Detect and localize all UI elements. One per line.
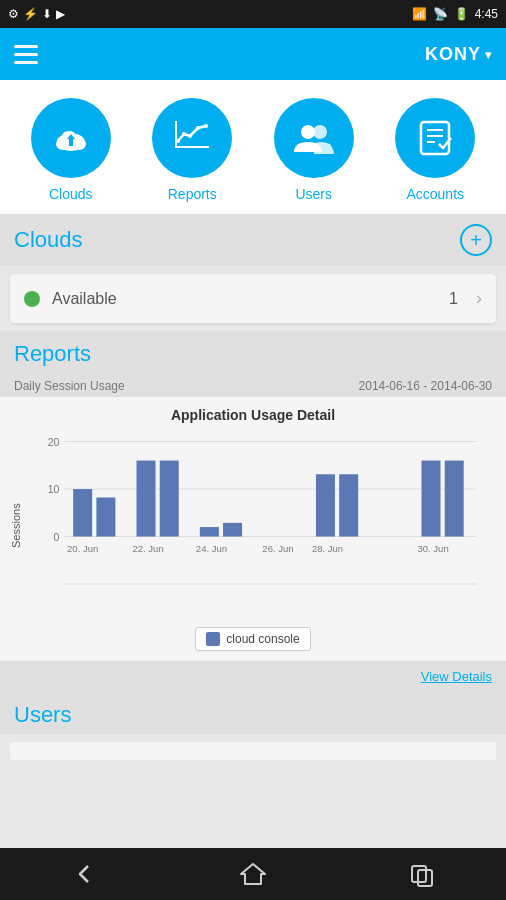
svg-rect-29 [137, 461, 156, 537]
users-label: Users [295, 186, 332, 202]
svg-point-15 [313, 125, 327, 139]
battery-icon: 🔋 [454, 7, 469, 21]
chart-title: Application Usage Detail [10, 407, 496, 423]
svg-rect-7 [175, 146, 209, 148]
chart-inner: 20 10 0 [24, 431, 496, 621]
available-status-dot [24, 291, 40, 307]
svg-text:22. Jun: 22. Jun [133, 543, 164, 554]
daily-session-label: Daily Session Usage [14, 379, 125, 393]
chart-legend: cloud console [195, 627, 310, 651]
svg-point-12 [196, 126, 200, 130]
available-label: Available [52, 290, 437, 308]
hamburger-menu[interactable] [14, 45, 38, 64]
reports-label: Reports [168, 186, 217, 202]
svg-rect-36 [445, 461, 464, 537]
reports-subtitle: Daily Session Usage 2014-06-16 - 2014-06… [0, 373, 506, 397]
svg-marker-43 [241, 864, 265, 884]
users-section: Users [0, 692, 506, 760]
recents-icon [408, 860, 436, 888]
reports-header: Reports [0, 331, 506, 373]
recents-button[interactable] [408, 860, 436, 888]
clouds-header: Clouds + [0, 214, 506, 266]
svg-text:30. Jun: 30. Jun [418, 543, 449, 554]
svg-text:28. Jun: 28. Jun [312, 543, 343, 554]
usb-icon: ⚙ [8, 7, 19, 21]
account-icon [413, 116, 457, 160]
chevron-right-icon: › [476, 288, 482, 309]
svg-rect-32 [223, 523, 242, 537]
signal-icon: 📡 [433, 7, 448, 21]
users-section-title: Users [14, 702, 71, 727]
reports-section: Reports Daily Session Usage 2014-06-16 -… [0, 331, 506, 692]
usb2-icon: ⚡ [23, 7, 38, 21]
svg-rect-16 [421, 122, 449, 154]
svg-rect-31 [200, 527, 219, 537]
chart-container: Sessions 20 10 0 [10, 431, 496, 621]
nav-item-reports[interactable]: Reports [152, 98, 232, 202]
users-icon-circle [274, 98, 354, 178]
cloud-upload-icon [49, 116, 93, 160]
users-icon [292, 116, 336, 160]
chevron-down-icon: ▾ [485, 48, 492, 62]
svg-rect-35 [422, 461, 441, 537]
icon-nav: Clouds Reports [0, 80, 506, 214]
hamburger-line1 [14, 45, 38, 48]
hamburger-line3 [14, 61, 38, 64]
svg-text:10: 10 [48, 483, 60, 495]
svg-rect-8 [175, 121, 177, 148]
hamburger-line2 [14, 53, 38, 56]
svg-rect-34 [339, 474, 358, 536]
available-count: 1 [449, 290, 458, 308]
wifi-icon: 📶 [412, 7, 427, 21]
svg-text:0: 0 [54, 531, 60, 543]
y-axis-label: Sessions [10, 431, 22, 621]
svg-point-11 [188, 134, 192, 138]
accounts-icon-circle [395, 98, 475, 178]
svg-point-10 [182, 132, 186, 136]
reports-section-title: Reports [14, 341, 91, 366]
svg-point-14 [301, 125, 315, 139]
reports-icon-circle [152, 98, 232, 178]
status-bar: ⚙ ⚡ ⬇ ▶ 📶 📡 🔋 4:45 [0, 0, 506, 28]
home-button[interactable] [239, 860, 267, 888]
nav-bar: KONY ▾ [0, 28, 506, 80]
chart-icon [170, 116, 214, 160]
add-cloud-button[interactable]: + [460, 224, 492, 256]
brand-name: KONY [425, 44, 481, 65]
nav-brand[interactable]: KONY ▾ [425, 44, 492, 65]
main-content: Clouds Reports [0, 80, 506, 848]
legend-color-box [206, 632, 220, 646]
accounts-label: Accounts [406, 186, 464, 202]
available-row[interactable]: Available 1 › [10, 274, 496, 323]
status-icons: ⚙ ⚡ ⬇ ▶ [8, 7, 65, 21]
status-time: 4:45 [475, 7, 498, 21]
svg-text:20. Jun: 20. Jun [67, 543, 98, 554]
svg-rect-30 [160, 461, 179, 537]
svg-text:20: 20 [48, 436, 60, 448]
nav-item-users[interactable]: Users [274, 98, 354, 202]
chart-area: Application Usage Detail Sessions 20 10 … [0, 397, 506, 661]
clouds-label: Clouds [49, 186, 93, 202]
clouds-section: Clouds + Available 1 › [0, 214, 506, 323]
svg-text:26. Jun: 26. Jun [262, 543, 293, 554]
svg-rect-33 [316, 474, 335, 536]
download-icon: ⬇ [42, 7, 52, 21]
nav-item-accounts[interactable]: Accounts [395, 98, 475, 202]
nav-item-clouds[interactable]: Clouds [31, 98, 111, 202]
svg-point-9 [176, 139, 180, 143]
view-details-link[interactable]: View Details [0, 661, 506, 692]
bottom-nav [0, 848, 506, 900]
clouds-icon-circle [31, 98, 111, 178]
clouds-section-title: Clouds [14, 227, 82, 253]
users-bar [10, 742, 496, 760]
svg-rect-28 [96, 498, 115, 537]
home-icon [239, 860, 267, 888]
svg-point-13 [204, 124, 208, 128]
svg-rect-27 [73, 489, 92, 537]
svg-text:24. Jun: 24. Jun [196, 543, 227, 554]
users-header: Users [0, 692, 506, 734]
back-button[interactable] [70, 860, 98, 888]
back-icon [70, 860, 98, 888]
legend-label: cloud console [226, 632, 299, 646]
chart-svg: 20 10 0 [24, 431, 496, 621]
